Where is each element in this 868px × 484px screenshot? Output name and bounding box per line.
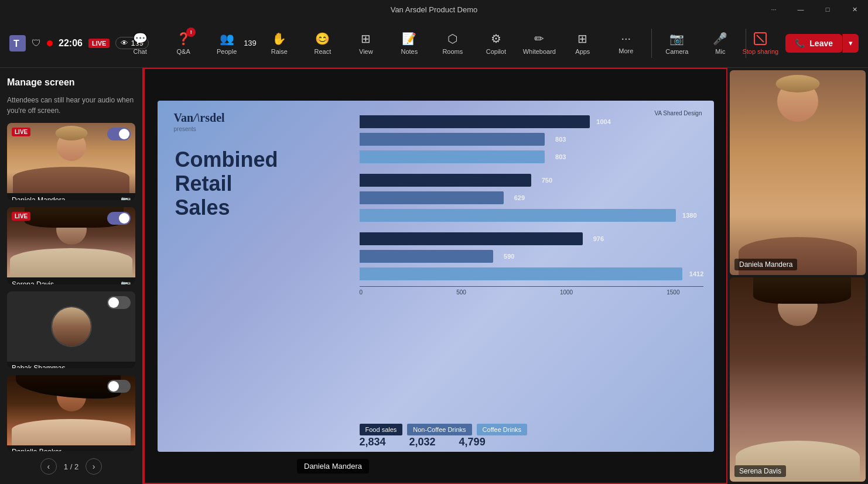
bar-label-750: 750	[542, 177, 552, 184]
raise-icon: ✋	[272, 32, 286, 46]
chart-container: 1004 803 803	[360, 111, 703, 420]
shield-icon: 🛡	[32, 38, 41, 49]
bar-label-1412: 1412	[689, 270, 703, 277]
daniela-name-bar: Daniela Mandera 📷	[7, 193, 135, 200]
bar-food-2: 750	[360, 174, 532, 187]
people-icon: 👥	[220, 32, 234, 46]
notes-button[interactable]: 📝 Notes	[389, 23, 430, 64]
participant-card-daniela: LIVE Daniela Mandera 📷	[7, 123, 135, 200]
danielle-name: Danielle Booker	[12, 448, 61, 451]
presentation-area: VA Shared Design Van/\rsdel presents Com…	[143, 68, 727, 484]
legend-coffee: Coffee Drinks	[477, 424, 527, 435]
total-noncoffee: 2,032	[409, 436, 436, 448]
main-content: Manage screen Attendees can still hear y…	[0, 68, 868, 484]
axis-label-0: 0	[360, 289, 363, 296]
presenter-badge: Daniela Mandera	[297, 459, 369, 473]
right-serena-name: Serena Davis	[734, 465, 786, 477]
notes-label: Notes	[401, 48, 418, 55]
apps-icon: ⊞	[577, 32, 587, 46]
bar-row-1-mid: 803	[360, 132, 703, 147]
serena-name-bar: Serena Davis 📷	[7, 277, 135, 284]
chat-icon: 💬	[133, 32, 148, 46]
bar-noncoffee-1: 803	[360, 133, 545, 146]
bar-row-3-dark: 976	[360, 231, 703, 246]
window-more-options[interactable]: ···	[760, 0, 787, 19]
leave-button-group: 📞 Leave ▾	[785, 34, 859, 53]
bar-noncoffee-2: 629	[360, 191, 504, 204]
pagination: ‹ 1 / 2 ›	[7, 458, 135, 475]
bar-label-976: 976	[593, 235, 604, 242]
people-button[interactable]: 👥 People	[206, 23, 247, 64]
right-participant-daniela: Daniela Mandera	[730, 70, 866, 275]
svg-line-3	[757, 35, 764, 42]
whiteboard-label: Whiteboard	[523, 48, 556, 55]
view-button[interactable]: ⊞ View	[346, 23, 387, 64]
window-controls: ··· — □ ✕	[760, 0, 868, 19]
bar-row-1-light: 803	[360, 149, 703, 164]
page-next-button[interactable]: ›	[86, 458, 102, 475]
danielle-toggle[interactable]	[107, 380, 131, 393]
right-daniela-name: Daniela Mandera	[734, 259, 797, 270]
qa-button[interactable]: ! ❓ Q&A	[163, 23, 204, 64]
manage-screen-title: Manage screen	[7, 77, 135, 88]
maximize-button[interactable]: □	[814, 0, 841, 19]
apps-button[interactable]: ⊞ Apps	[562, 23, 603, 64]
leave-button[interactable]: 📞 Leave	[785, 34, 842, 53]
apps-label: Apps	[575, 48, 590, 55]
minimize-button[interactable]: —	[787, 0, 814, 19]
copilot-button[interactable]: ⚙ Copilot	[476, 23, 517, 64]
whiteboard-button[interactable]: ✏ Whiteboard	[519, 23, 560, 64]
close-button[interactable]: ✕	[841, 0, 868, 19]
view-label: View	[359, 48, 373, 55]
bar-coffee-2: 1380	[360, 209, 676, 222]
raise-button[interactable]: ✋ Raise	[259, 23, 300, 64]
bar-row-2-mid: 629	[360, 190, 703, 205]
chart-spacer-1	[360, 167, 703, 170]
rooms-button[interactable]: ⬡ Rooms	[432, 23, 473, 64]
serena-camera-icon: 📷	[121, 280, 131, 284]
bar-food-1: 1004	[360, 115, 590, 128]
camera-button[interactable]: 📷 Camera	[657, 23, 698, 64]
babak-avatar	[51, 306, 92, 347]
slide-logo: Van/\rsdel	[174, 111, 225, 125]
bar-label-1380: 1380	[682, 212, 696, 219]
toolbar-center: 💬 Chat ! ❓ Q&A 👥 People 139 ✋ Raise 😊 Re…	[119, 23, 749, 64]
left-sidebar: Manage screen Attendees can still hear y…	[0, 68, 143, 484]
leave-dropdown-button[interactable]: ▾	[842, 34, 859, 53]
stop-sharing-button[interactable]: Stop sharing	[740, 32, 781, 55]
mic-icon: 🎤	[713, 32, 727, 46]
more-button[interactable]: ··· More	[606, 23, 647, 64]
react-button[interactable]: 😊 React	[302, 23, 343, 64]
page-prev-button[interactable]: ‹	[40, 458, 57, 475]
view-icon: ⊞	[361, 32, 371, 46]
participant-card-danielle: Danielle Booker	[7, 375, 135, 451]
chat-button[interactable]: 💬 Chat	[119, 23, 160, 64]
serena-toggle[interactable]	[107, 212, 131, 225]
more-label: More	[618, 47, 633, 54]
presentation-slide: VA Shared Design Van/\rsdel presents Com…	[158, 101, 714, 452]
leave-label: Leave	[809, 39, 833, 48]
legend-food: Food sales	[360, 424, 403, 435]
copilot-label: Copilot	[486, 48, 506, 55]
bar-row-1-dark: 1004	[360, 114, 703, 129]
daniela-toggle[interactable]	[107, 128, 131, 140]
participant-card-serena: LIVE Serena Davis 📷	[7, 207, 135, 284]
toolbar-divider	[651, 29, 652, 58]
whiteboard-icon: ✏	[534, 32, 544, 46]
babak-toggle[interactable]	[107, 296, 131, 309]
chart-axis: 0 500 1000 1500	[360, 286, 703, 296]
meeting-timer: 22:06	[59, 38, 83, 49]
raise-label: Raise	[271, 48, 288, 55]
danielle-name-bar: Danielle Booker	[7, 445, 135, 451]
daniela-camera-icon: 📷	[121, 195, 131, 200]
right-sidebar: Daniela Mandera Serena Davis	[727, 68, 868, 484]
babak-name: Babak Shammas	[12, 364, 65, 368]
daniela-name: Daniela Mandera	[12, 196, 65, 200]
mic-button[interactable]: 🎤 Mic	[700, 23, 741, 64]
people-label: People	[217, 48, 237, 55]
bar-label-629: 629	[514, 194, 525, 201]
copilot-icon: ⚙	[491, 32, 501, 46]
right-participant-serena: Serena Davis	[730, 277, 866, 482]
stop-sharing-label: Stop sharing	[742, 48, 778, 55]
slide-logo-area: Van/\rsdel presents	[174, 111, 225, 132]
